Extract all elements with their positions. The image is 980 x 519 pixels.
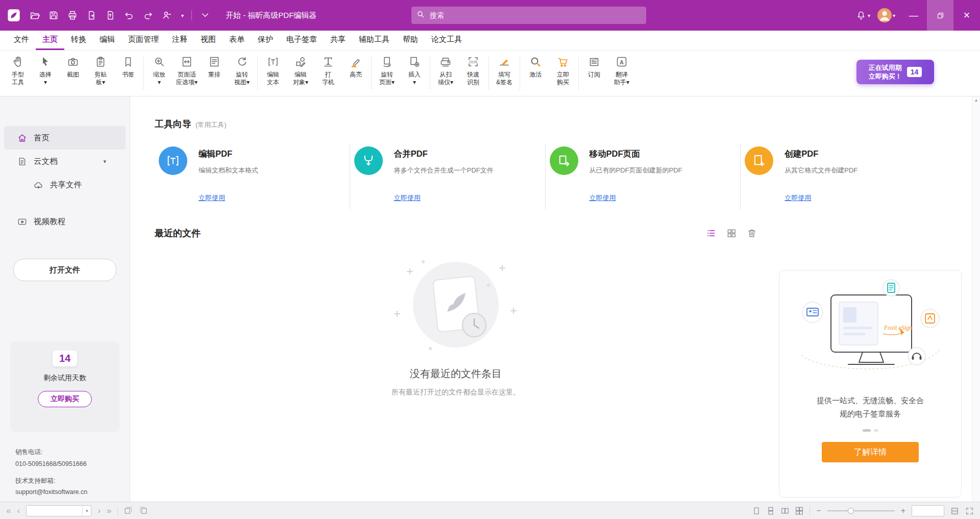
restore-button[interactable] (927, 0, 953, 31)
share-doc-icon[interactable] (105, 10, 116, 21)
facing-continuous-view-icon[interactable] (795, 507, 803, 515)
single-page-view-icon[interactable] (752, 507, 761, 515)
tool-typewriter[interactable]: 打 字机 (314, 51, 342, 96)
menu-file[interactable]: 文件 (7, 31, 36, 50)
menu-protect[interactable]: 保护 (251, 31, 280, 50)
open-file-icon[interactable] (29, 10, 40, 21)
redo-icon[interactable] (142, 10, 154, 21)
carousel-dot-1[interactable] (863, 429, 871, 432)
use-now-link[interactable]: 立即使用 (199, 193, 345, 203)
sidebar-item-cloud-docs[interactable]: 云文档 ▾ (4, 150, 126, 173)
esign-tool-icon[interactable] (161, 10, 173, 21)
menu-home[interactable]: 主页 (36, 31, 64, 50)
tool-rotate-pages[interactable]: 旋转 页面▾ (373, 51, 401, 96)
tool-clipboard[interactable]: 剪贴 板▾ (87, 51, 114, 96)
zoom-percent-input[interactable] (912, 506, 944, 516)
clear-recent-trash-icon[interactable] (747, 228, 757, 238)
facing-view-icon[interactable] (781, 507, 789, 515)
sidebar-item-home[interactable]: 首页 (4, 126, 126, 150)
menu-comment[interactable]: 注释 (165, 31, 194, 50)
grid-view-toggle[interactable] (726, 228, 737, 238)
user-avatar[interactable] (877, 8, 892, 22)
menu-accessibility[interactable]: 辅助工具 (352, 31, 396, 50)
menu-edit[interactable]: 编辑 (93, 31, 121, 50)
tool-snapshot[interactable]: 截图 (59, 51, 87, 96)
tool-edit-text[interactable]: 编辑 文本 (259, 51, 287, 96)
tool-card-move-pages[interactable]: 移动PDF页面 从已有的PDF页面创建新的PDF 立即使用 (546, 143, 741, 210)
tool-buy-now[interactable]: 立即 购买 (549, 51, 577, 96)
scroll-up-arrow[interactable]: ▲ (972, 98, 980, 103)
tool-card-merge-pdf[interactable]: 合并PDF 将多个文件合并生成一个PDF文件 立即使用 (350, 143, 546, 210)
use-now-link[interactable]: 立即使用 (394, 193, 540, 203)
search-box[interactable] (411, 7, 646, 24)
tool-insert[interactable]: 插入 ▾ (401, 51, 428, 96)
open-file-button[interactable]: 打开文件 (13, 259, 116, 281)
export-doc-icon[interactable] (86, 10, 97, 21)
menu-esign[interactable]: 电子签章 (280, 31, 324, 50)
close-button[interactable]: × (953, 0, 980, 31)
sidebar-item-video-tutorials[interactable]: 视频教程 (4, 210, 126, 233)
buy-now-button[interactable]: 立即购买 (38, 391, 92, 407)
continuous-view-icon[interactable] (767, 507, 775, 515)
prev-view-icon[interactable] (124, 506, 133, 515)
menu-help[interactable]: 帮助 (396, 31, 425, 50)
menu-share[interactable]: 共享 (324, 31, 352, 50)
tool-zoom[interactable]: 缩放 ▾ (145, 51, 173, 96)
tool-ocr[interactable]: OCR 快速 识别 (459, 51, 487, 96)
last-page-button[interactable]: » (107, 506, 111, 515)
tool-rotate-view[interactable]: 旋转 视图▾ (228, 51, 256, 96)
use-now-link[interactable]: 立即使用 (590, 193, 736, 203)
menu-paper-tools[interactable]: 论文工具 (425, 31, 469, 50)
list-view-toggle[interactable] (706, 228, 716, 238)
toolbar-options-icon[interactable] (200, 10, 211, 21)
cloud-caret-icon[interactable]: ▾ (103, 158, 106, 165)
zoom-in-button[interactable]: + (901, 507, 905, 515)
tool-card-create-pdf[interactable]: 创建PDF 从其它格式文件创建PDF 立即使用 (741, 143, 936, 210)
sidebar-item-shared-files[interactable]: 共享文件 (4, 173, 126, 196)
next-view-icon[interactable] (139, 506, 148, 515)
tool-from-scanner[interactable]: 从扫 描仪▾ (432, 51, 459, 96)
trial-buy-badge[interactable]: 正在试用期 立即购买！ 14 (856, 60, 934, 84)
save-icon[interactable] (48, 10, 59, 21)
zoom-slider[interactable] (827, 507, 895, 514)
menu-view[interactable]: 视图 (194, 31, 223, 50)
tool-translate[interactable]: A 翻译 助手▾ (608, 51, 635, 96)
notifications-caret-icon[interactable]: ▾ (868, 13, 870, 18)
account-caret-icon[interactable]: ▾ (893, 13, 895, 18)
tool-highlight[interactable]: 高亮 (342, 51, 370, 96)
page-number-input[interactable] (27, 507, 82, 514)
zoom-out-button[interactable]: − (816, 507, 821, 515)
undo-icon[interactable] (124, 10, 135, 21)
tool-card-edit-pdf[interactable]: 编辑PDF 编辑文档和文本格式 立即使用 (155, 143, 350, 210)
menu-form[interactable]: 表单 (223, 31, 251, 50)
tool-subscribe[interactable]: 订阅 (580, 51, 608, 96)
tool-bookmark[interactable]: 书签 (114, 51, 142, 96)
zoom-slider-knob[interactable] (848, 508, 854, 514)
support-email-link[interactable]: support@foxitsoftware.cn (15, 487, 130, 497)
carousel-dot-2[interactable] (874, 429, 878, 432)
use-now-link[interactable]: 立即使用 (785, 193, 930, 203)
tool-fill-sign[interactable]: 填写 &签名 (491, 51, 518, 96)
menu-convert[interactable]: 转换 (64, 31, 93, 50)
learn-more-button[interactable]: 了解详情 (822, 442, 919, 462)
notifications-bell-icon[interactable] (855, 10, 867, 21)
fit-page-icon[interactable] (950, 507, 959, 515)
esign-caret-icon[interactable]: ▾ (181, 13, 184, 18)
tool-hand[interactable]: 手型 工具 (4, 51, 32, 96)
content-scrollbar[interactable]: ▲ (972, 96, 980, 502)
tool-activate[interactable]: 激活 (522, 51, 549, 96)
minimize-button[interactable]: — (900, 0, 927, 31)
next-page-button[interactable]: › (97, 506, 101, 515)
print-icon[interactable] (67, 10, 78, 21)
tool-select[interactable]: 选择 ▾ (32, 51, 59, 96)
tool-reflow[interactable]: 重排 (201, 51, 228, 96)
search-icon (416, 10, 425, 20)
tool-page-fit[interactable]: 页面适 应选项▾ (173, 51, 201, 96)
prev-page-button[interactable]: ‹ (17, 506, 20, 515)
fullscreen-icon[interactable] (965, 507, 974, 515)
first-page-button[interactable]: « (6, 506, 11, 515)
tool-edit-object[interactable]: 编辑 对象▾ (287, 51, 314, 96)
page-number-caret-icon[interactable]: ▾ (82, 506, 91, 516)
search-input[interactable] (429, 11, 641, 20)
menu-page-manage[interactable]: 页面管理 (121, 31, 165, 50)
